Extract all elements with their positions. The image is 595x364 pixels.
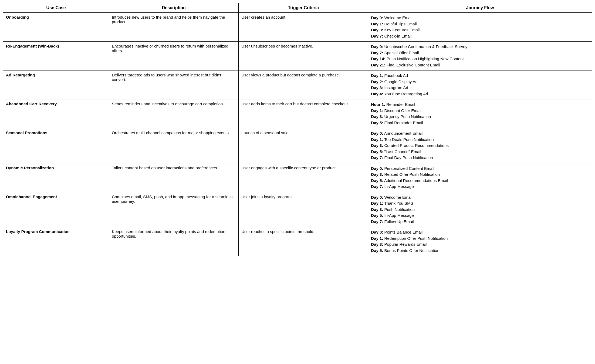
day-label: Day 1: (371, 22, 383, 26)
table-container: Use Case Description Trigger Criteria Jo… (0, 0, 595, 259)
use-case-cell-0: Onboarding (3, 13, 109, 42)
journey-line: Day 3: Related Offer Push Notification (371, 171, 589, 178)
day-label: Day 0: (371, 44, 383, 49)
description-cell-5: Tailors content based on user interactio… (109, 163, 239, 192)
journey-line: Day 0: Personalized Content Email (371, 166, 589, 172)
day-label: Day 3: (371, 207, 383, 212)
day-label: Day 7: (371, 34, 383, 38)
day-label: Day 3: (371, 143, 383, 148)
journey-cell-3: Hour 1: Reminder EmailDay 1: Discount Of… (368, 99, 592, 128)
journey-cell-1: Day 0: Unsubscribe Confirmation & Feedba… (368, 42, 592, 70)
journey-line: Day 5: Additional Recommendations Email (371, 178, 589, 184)
trigger-cell-3: User adds items to their cart but doesn'… (239, 99, 368, 128)
table-row: Dynamic PersonalizationTailors content b… (3, 163, 592, 192)
table-row: Ad RetargetingDelivers targeted ads to u… (3, 70, 592, 99)
day-label: Day 0: (371, 195, 383, 200)
journey-line: Day 3: Popular Rewards Email (371, 241, 589, 248)
day-label: Day 2: (371, 79, 383, 84)
day-label: Day 0: (371, 166, 383, 171)
day-label: Day 0: (371, 230, 383, 234)
journey-line: Day 0: Announcement Email (371, 130, 589, 137)
journey-line: Day 0: Welcome Email (371, 194, 589, 201)
table-row: Re-Engagement (Win-Back)Encourages inact… (3, 42, 592, 70)
day-label: Day 4: (371, 92, 383, 96)
journey-line: Day 7: Final Day Push Notification (371, 155, 589, 161)
day-label: Day 5: (371, 213, 383, 218)
journey-cell-4: Day 0: Announcement EmailDay 1: Top Deal… (368, 128, 592, 163)
use-case-cell-1: Re-Engagement (Win-Back) (3, 42, 109, 70)
description-cell-0: Introduces new users to the brand and he… (109, 13, 239, 42)
journey-line: Day 0: Welcome Email (371, 15, 589, 21)
day-label: Day 3: (371, 242, 383, 247)
day-label: Day 1: (371, 236, 383, 241)
journey-line: Day 14: Push Notification Highlighting N… (371, 56, 589, 62)
day-label: Day 0: (371, 131, 383, 136)
day-label: Day 5: (371, 248, 383, 253)
day-label: Day 1: (371, 73, 383, 78)
day-label: Day 7: (371, 184, 383, 189)
journey-line: Day 7: Follow-Up Email (371, 219, 589, 225)
journey-cell-2: Day 1: Facebook AdDay 2: Google Display … (368, 70, 592, 99)
journey-line: Day 3: Urgency Push Notification (371, 114, 589, 120)
col-trigger: Trigger Criteria (239, 3, 368, 13)
day-label: Day 21: (371, 63, 385, 67)
description-cell-6: Combines email, SMS, push, and in-app me… (109, 192, 239, 227)
day-label: Day 3: (371, 85, 383, 90)
description-cell-2: Delivers targeted ads to users who showe… (109, 70, 239, 99)
day-label: Day 5: (371, 149, 383, 154)
journey-line: Day 0: Unsubscribe Confirmation & Feedba… (371, 44, 589, 50)
description-cell-7: Keeps users informed about their loyalty… (109, 227, 239, 256)
day-label: Hour 1: (371, 102, 385, 107)
day-label: Day 7: (371, 219, 383, 224)
journey-line: Day 7: Check-in Email (371, 33, 589, 39)
day-label: Day 14: (371, 56, 385, 61)
journey-line: Hour 1: Reminder Email (371, 102, 589, 108)
journey-cell-5: Day 0: Personalized Content EmailDay 3: … (368, 163, 592, 192)
day-label: Day 1: (371, 108, 383, 113)
trigger-cell-5: User engages with a specific content typ… (239, 163, 368, 192)
use-case-cell-3: Abandoned Cart Recovery (3, 99, 109, 128)
trigger-cell-2: User views a product but doesn't complet… (239, 70, 368, 99)
trigger-cell-4: Launch of a seasonal sale. (239, 128, 368, 163)
use-case-cell-6: Omnichannel Engagement (3, 192, 109, 227)
trigger-cell-0: User creates an account. (239, 13, 368, 42)
col-description: Description (109, 3, 239, 13)
use-case-cell-2: Ad Retargeting (3, 70, 109, 99)
journey-line: Day 4: YouTube Retargeting Ad (371, 91, 589, 97)
table-header-row: Use Case Description Trigger Criteria Jo… (3, 3, 592, 13)
journey-line: Day 1: Redemption Offer Push Notificatio… (371, 235, 589, 242)
journey-cell-7: Day 0: Points Balance EmailDay 1: Redemp… (368, 227, 592, 256)
description-cell-4: Orchestrates multi-channel campaigns for… (109, 128, 239, 163)
table-row: Seasonal PromotionsOrchestrates multi-ch… (3, 128, 592, 163)
col-use-case: Use Case (3, 3, 109, 13)
use-case-cell-4: Seasonal Promotions (3, 128, 109, 163)
table-row: Loyalty Program CommunicationKeeps users… (3, 227, 592, 256)
day-label: Day 1: (371, 201, 383, 205)
day-label: Day 0: (371, 15, 383, 20)
journey-line: Day 5: Final Reminder Email (371, 120, 589, 126)
use-case-table: Use Case Description Trigger Criteria Jo… (3, 3, 592, 256)
use-case-cell-7: Loyalty Program Communication (3, 227, 109, 256)
trigger-cell-6: User joins a loyalty program. (239, 192, 368, 227)
journey-line: Day 1: Top Deals Push Notification (371, 137, 589, 143)
journey-line: Day 3: Instagram Ad (371, 85, 589, 91)
journey-line: Day 0: Points Balance Email (371, 229, 589, 235)
description-cell-3: Sends reminders and incentives to encour… (109, 99, 239, 128)
trigger-cell-7: User reaches a specific points threshold… (239, 227, 368, 256)
journey-line: Day 21: Final Exclusive Content Email (371, 62, 589, 68)
table-row: Omnichannel EngagementCombines email, SM… (3, 192, 592, 227)
journey-cell-6: Day 0: Welcome EmailDay 1: Thank You SMS… (368, 192, 592, 227)
day-label: Day 3: (371, 28, 383, 32)
journey-line: Day 2: Google Display Ad (371, 79, 589, 85)
journey-line: Day 3: Curated Product Recommendations (371, 143, 589, 149)
journey-line: Day 3: Key Features Email (371, 27, 589, 33)
journey-line: Day 1: Facebook Ad (371, 73, 589, 79)
trigger-cell-1: User unsubscribes or becomes inactive. (239, 42, 368, 70)
journey-line: Day 1: Helpful Tips Email (371, 21, 589, 27)
day-label: Day 5: (371, 120, 383, 125)
table-row: OnboardingIntroduces new users to the br… (3, 13, 592, 42)
day-label: Day 5: (371, 178, 383, 183)
day-label: Day 7: (371, 50, 383, 55)
day-label: Day 3: (371, 114, 383, 119)
use-case-cell-5: Dynamic Personalization (3, 163, 109, 192)
